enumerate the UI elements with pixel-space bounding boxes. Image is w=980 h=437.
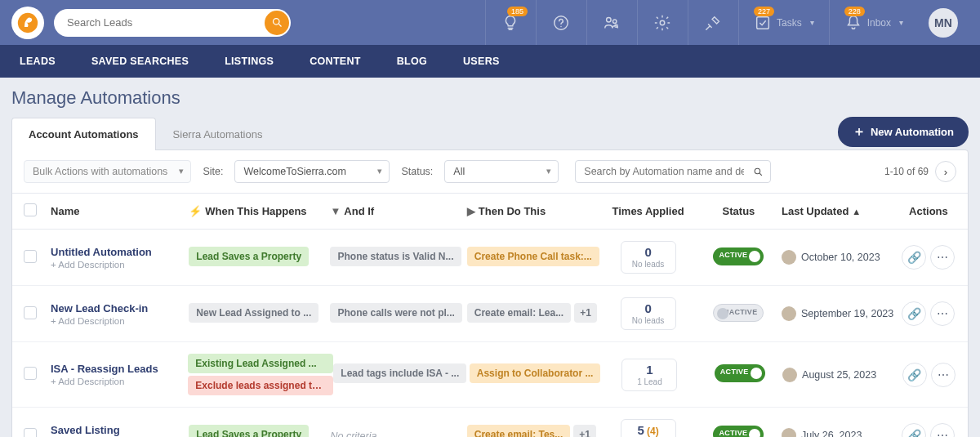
times-applied[interactable]: 5 (4) 2 Leads xyxy=(621,419,676,437)
nav-users[interactable]: USERS xyxy=(463,56,500,67)
help-button[interactable] xyxy=(536,0,586,45)
trigger-tag: Lead Saves a Property xyxy=(189,247,309,266)
col-andif[interactable]: ▼And If xyxy=(330,205,466,217)
status-toggle[interactable]: ACTIVE xyxy=(715,364,765,382)
automation-name[interactable]: New Lead Check-in xyxy=(51,302,189,314)
tab-account-automations[interactable]: Account Automations xyxy=(11,118,156,150)
more-button[interactable]: ⋯ xyxy=(931,363,956,387)
status-toggle[interactable]: INACTIVE xyxy=(713,304,764,322)
no-criteria: No criteria xyxy=(330,430,376,438)
settings-button[interactable] xyxy=(637,0,688,45)
link-button[interactable]: 🔗 xyxy=(902,301,926,326)
filters-row: Bulk Actions with automations Site: Welc… xyxy=(12,150,968,194)
automation-search xyxy=(575,160,771,183)
col-actions: Actions xyxy=(901,205,956,217)
search-input[interactable] xyxy=(54,9,291,37)
col-status[interactable]: Status xyxy=(696,205,782,217)
tools-button[interactable] xyxy=(688,0,738,45)
bolt-icon: ⚡ xyxy=(189,205,202,217)
automation-search-input[interactable] xyxy=(575,160,771,183)
automation-description[interactable]: + Add Description xyxy=(51,377,188,386)
bulk-actions-select[interactable]: Bulk Actions with automations xyxy=(24,160,191,183)
toggle-knob xyxy=(717,308,728,319)
nav-saved-searches[interactable]: SAVED SEARCHES xyxy=(91,56,189,67)
link-icon: 🔗 xyxy=(907,429,921,437)
search-icon xyxy=(271,16,283,29)
inbox-label: Inbox xyxy=(867,17,891,29)
row-checkbox[interactable] xyxy=(24,428,37,438)
condition-tag: Lead tags include ISA - ... xyxy=(333,363,466,383)
filter-icon: ▼ xyxy=(330,205,341,217)
row-checkbox[interactable] xyxy=(24,250,37,263)
col-then[interactable]: ▶Then Do This xyxy=(467,205,600,217)
status-label: ACTIVE xyxy=(719,251,747,259)
toggle-knob xyxy=(751,368,762,379)
new-automation-label: New Automation xyxy=(871,126,954,138)
times-applied[interactable]: 1 1 Lead xyxy=(621,359,677,391)
nav-listings[interactable]: LISTINGS xyxy=(225,56,274,67)
tab-sierra-automations[interactable]: Sierra Automations xyxy=(156,118,280,150)
search-icon xyxy=(753,166,764,181)
link-button[interactable]: 🔗 xyxy=(902,363,927,387)
automation-name[interactable]: ISA - Reassign Leads xyxy=(51,363,188,375)
updated-date: July 26, 2023 xyxy=(801,430,862,437)
avatar-icon xyxy=(782,250,796,265)
more-actions-count: +1 xyxy=(574,303,597,323)
more-button[interactable]: ⋯ xyxy=(930,301,955,326)
status-select[interactable]: All xyxy=(444,160,559,183)
row-checkbox[interactable] xyxy=(24,367,37,380)
link-icon: 🔗 xyxy=(907,251,921,264)
link-icon: 🔗 xyxy=(907,368,921,381)
link-button[interactable]: 🔗 xyxy=(902,245,926,270)
col-updated[interactable]: Last Updated▲ xyxy=(782,205,901,217)
people-icon xyxy=(603,14,621,32)
topbar: 185 227 Tasks ▾ 228 Inbox ▾ MN xyxy=(0,0,980,45)
user-menu[interactable]: MN xyxy=(918,0,969,45)
ideas-button[interactable]: 185 xyxy=(485,0,536,45)
avatar-icon xyxy=(782,306,796,321)
nav-blog[interactable]: BLOG xyxy=(397,56,427,67)
updated-date: October 10, 2023 xyxy=(801,252,880,263)
new-automation-button[interactable]: ＋ New Automation xyxy=(838,117,969,147)
times-applied[interactable]: 0 No leads xyxy=(621,297,676,330)
svg-point-0 xyxy=(18,12,38,32)
more-button[interactable]: ⋯ xyxy=(930,245,955,270)
svg-point-5 xyxy=(613,19,617,22)
row-checkbox[interactable] xyxy=(24,306,37,319)
status-toggle[interactable]: ACTIVE xyxy=(713,426,764,438)
site-select[interactable]: WelcomeToSierra.com xyxy=(234,160,390,183)
select-all-checkbox[interactable] xyxy=(24,203,37,216)
automation-description[interactable]: + Add Description xyxy=(51,260,189,270)
col-when[interactable]: ⚡When This Happens xyxy=(189,205,330,217)
times-applied[interactable]: 0 No leads xyxy=(621,241,676,274)
automation-name[interactable]: Untitled Automation xyxy=(51,246,189,258)
more-button[interactable]: ⋯ xyxy=(930,423,955,437)
trigger-tag: Existing Lead Assigned ... xyxy=(188,354,333,373)
sort-asc-icon: ▲ xyxy=(852,207,861,216)
status-toggle[interactable]: ACTIVE xyxy=(713,247,764,265)
col-times[interactable]: Times Applied xyxy=(600,205,696,217)
tasks-button[interactable]: 227 Tasks ▾ xyxy=(738,0,829,45)
tools-icon xyxy=(704,14,722,32)
svg-rect-8 xyxy=(757,16,769,29)
status-label: ACTIVE xyxy=(719,429,747,437)
col-name[interactable]: Name xyxy=(51,205,189,217)
link-button[interactable]: 🔗 xyxy=(902,423,926,437)
nav-leads[interactable]: LEADS xyxy=(20,56,56,67)
team-button[interactable] xyxy=(586,0,637,45)
svg-point-7 xyxy=(661,20,666,25)
gear-icon xyxy=(653,14,671,32)
pager: 1-10 of 69 › xyxy=(884,161,956,182)
tasks-label: Tasks xyxy=(777,17,802,29)
action-tag: Create email: Tes... xyxy=(467,425,571,438)
more-actions-count: +1 xyxy=(573,425,596,438)
search-button[interactable] xyxy=(265,11,289,35)
automation-description[interactable]: + Add Description xyxy=(51,316,189,326)
pager-next[interactable]: › xyxy=(935,161,956,182)
automation-name[interactable]: Saved Listing xyxy=(51,424,189,436)
inbox-button[interactable]: 228 Inbox ▾ xyxy=(829,0,918,45)
status-label: ACTIVE xyxy=(720,368,749,376)
chevron-down-icon: ▾ xyxy=(810,18,814,27)
nav-content[interactable]: CONTENT xyxy=(310,56,361,67)
avatar-icon xyxy=(782,428,796,437)
